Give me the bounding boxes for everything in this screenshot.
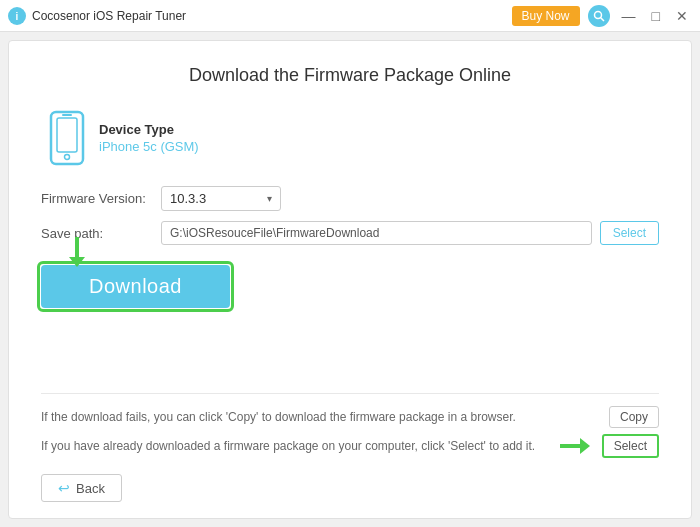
main-content: Download the Firmware Package Online Dev… bbox=[8, 40, 692, 519]
device-type-label: Device Type bbox=[99, 122, 199, 137]
titlebar: i Cocosenor iOS Repair Tuner Buy Now — □… bbox=[0, 0, 700, 32]
firmware-label: Firmware Version: bbox=[41, 191, 161, 206]
arrow-right-indicator bbox=[560, 438, 590, 454]
search-icon[interactable] bbox=[588, 5, 610, 27]
copy-info-text: If the download fails, you can click 'Co… bbox=[41, 410, 601, 424]
device-section: Device Type iPhone 5c (GSM) bbox=[41, 110, 659, 166]
save-path-input[interactable] bbox=[161, 221, 592, 245]
bottom-info: If the download fails, you can click 'Co… bbox=[41, 393, 659, 464]
download-area: Download bbox=[41, 265, 659, 308]
page-title: Download the Firmware Package Online bbox=[41, 65, 659, 86]
device-model: iPhone 5c (GSM) bbox=[99, 139, 199, 154]
download-btn-wrapper: Download bbox=[41, 265, 230, 308]
select-firmware-button[interactable]: Select bbox=[602, 434, 659, 458]
save-path-row: Save path: Select bbox=[41, 221, 659, 245]
firmware-value: 10.3.3 bbox=[170, 191, 259, 206]
app-title: Cocosenor iOS Repair Tuner bbox=[32, 9, 512, 23]
select-info-line: If you have already downloaded a firmwar… bbox=[41, 434, 659, 458]
app-logo: i bbox=[8, 7, 26, 25]
device-icon bbox=[49, 110, 85, 166]
svg-rect-5 bbox=[57, 118, 77, 152]
svg-point-2 bbox=[594, 11, 601, 18]
back-button[interactable]: ↩ Back bbox=[41, 474, 122, 502]
save-path-select-button[interactable]: Select bbox=[600, 221, 659, 245]
close-button[interactable]: ✕ bbox=[672, 8, 692, 24]
select-info-text: If you have already downloaded a firmwar… bbox=[41, 439, 560, 453]
svg-text:i: i bbox=[16, 11, 19, 22]
svg-rect-7 bbox=[62, 114, 72, 116]
back-label: Back bbox=[76, 481, 105, 496]
back-area: ↩ Back bbox=[41, 474, 659, 502]
titlebar-icons: — □ ✕ bbox=[588, 5, 692, 27]
copy-button[interactable]: Copy bbox=[609, 406, 659, 428]
minimize-button[interactable]: — bbox=[618, 8, 640, 24]
back-icon: ↩ bbox=[58, 480, 70, 496]
svg-line-3 bbox=[600, 17, 604, 21]
restore-button[interactable]: □ bbox=[648, 8, 664, 24]
svg-point-6 bbox=[65, 155, 70, 160]
firmware-version-row: Firmware Version: 10.3.3 ▾ bbox=[41, 186, 659, 211]
arrow-right-container: Select bbox=[560, 434, 659, 458]
buy-now-button[interactable]: Buy Now bbox=[512, 6, 580, 26]
chevron-down-icon: ▾ bbox=[267, 193, 272, 204]
device-info: Device Type iPhone 5c (GSM) bbox=[99, 122, 199, 154]
save-path-label: Save path: bbox=[41, 226, 161, 241]
arrow-down-indicator bbox=[69, 237, 85, 267]
copy-info-line: If the download fails, you can click 'Co… bbox=[41, 406, 659, 428]
download-button[interactable]: Download bbox=[41, 265, 230, 308]
svg-rect-4 bbox=[51, 112, 83, 164]
firmware-version-dropdown[interactable]: 10.3.3 ▾ bbox=[161, 186, 281, 211]
